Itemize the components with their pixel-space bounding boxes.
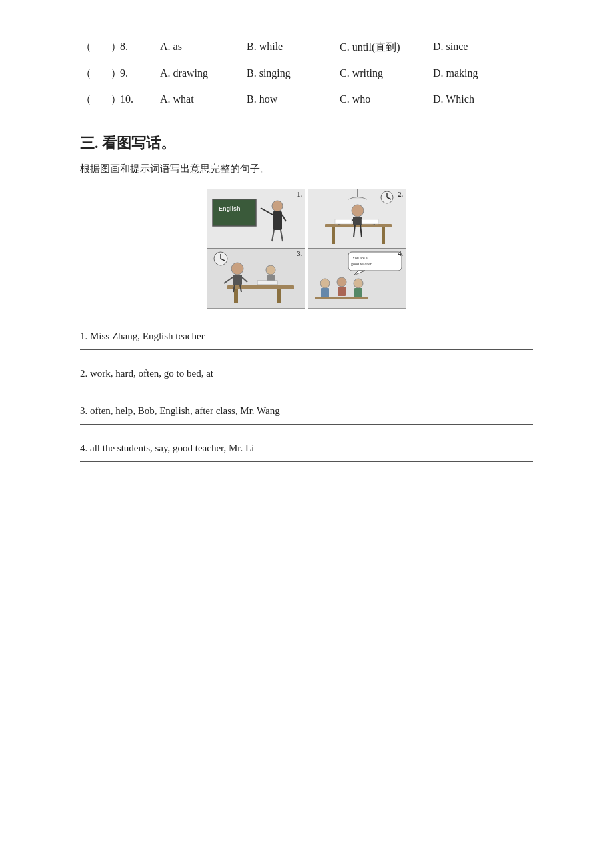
comic-panel-4: 4. You are a good teacher. — [308, 249, 406, 308]
mc-8-b: B. while — [247, 41, 340, 55]
svg-rect-3 — [273, 211, 282, 230]
bracket-left-8: （ — [80, 40, 92, 54]
prompt-3-text: 3. often, help, Bob, English, after clas… — [80, 405, 280, 416]
svg-rect-43 — [321, 288, 329, 297]
mc-row-9: （ ） 9. A. drawing B. singing C. writing … — [80, 67, 533, 81]
svg-point-2 — [272, 201, 283, 211]
mc-10-c: C. who — [340, 93, 433, 105]
mc-8-d: D. since — [433, 41, 526, 55]
svg-line-5 — [282, 215, 286, 221]
svg-rect-47 — [354, 288, 362, 297]
svg-rect-31 — [353, 217, 362, 225]
svg-text:English: English — [219, 205, 241, 212]
mc-row-10: （ ） 10. A. what B. how C. who D. Which — [80, 93, 533, 107]
svg-rect-15 — [233, 275, 242, 285]
panel-3-label: 3. — [297, 250, 303, 257]
mc-number-9: 9. — [120, 67, 160, 79]
comic-image-area: 1. English — [80, 189, 533, 309]
comic-panel-1: 1. English — [207, 189, 305, 249]
mc-options-10: A. what B. how C. who D. Which — [160, 93, 533, 105]
answer-line-1 — [80, 349, 533, 350]
mc-options-8: A. as B. while C. until(直到) D. since — [160, 41, 533, 55]
comic-panel-2: 2. — [308, 189, 406, 249]
answer-line-2 — [80, 387, 533, 387]
bracket-left-10: （ — [80, 93, 92, 107]
svg-rect-28 — [332, 227, 335, 244]
svg-rect-48 — [315, 297, 368, 299]
mc-10-a: A. what — [160, 93, 247, 105]
svg-rect-0 — [213, 199, 256, 226]
bracket-right-10: ） — [111, 93, 120, 107]
mc-options-9: A. drawing B. singing C. writing D. maki… — [160, 67, 533, 79]
svg-marker-39 — [354, 271, 365, 275]
bracket-left-9: （ — [80, 67, 92, 81]
bracket-right-8: ） — [111, 40, 120, 54]
panel-3-svg — [207, 249, 305, 307]
svg-rect-12 — [234, 289, 238, 303]
prompt-2: 2. work, hard, often, go to bed, at — [80, 365, 533, 387]
section3: 三. 看图写话。 根据图画和提示词语写出意思完整的句子。 1. English — [80, 133, 533, 462]
answer-line-4 — [80, 461, 533, 462]
svg-point-42 — [320, 279, 330, 288]
mc-row-8: （ ） 8. A. as B. while C. until(直到) D. si… — [80, 40, 533, 55]
svg-rect-38 — [348, 252, 402, 271]
mc-8-c: C. until(直到) — [340, 41, 433, 55]
mc-9-a: A. drawing — [160, 67, 247, 79]
prompt-4-text: 4. all the students, say, good teacher, … — [80, 443, 254, 453]
section3-instruction: 根据图画和提示词语写出意思完整的句子。 — [80, 163, 533, 175]
mc-9-c: C. writing — [340, 67, 433, 79]
mc-10-b: B. how — [247, 93, 340, 105]
comic-panel-3: 3. — [207, 249, 305, 308]
svg-rect-22 — [257, 281, 277, 285]
svg-rect-11 — [227, 285, 294, 289]
blank-9 — [92, 67, 111, 79]
answer-line-3 — [80, 424, 533, 425]
blank-8 — [92, 41, 111, 53]
mc-8-a: A. as — [160, 41, 247, 55]
prompts-list: 1. Miss Zhang, English teacher 2. work, … — [80, 327, 533, 462]
mc-10-d: D. Which — [433, 93, 526, 105]
prompt-2-text: 2. work, hard, often, go to bed, at — [80, 368, 213, 379]
svg-rect-13 — [277, 289, 281, 303]
svg-point-14 — [231, 263, 243, 275]
bracket-right-9: ） — [111, 67, 120, 81]
svg-text:You are a: You are a — [352, 256, 368, 260]
svg-line-6 — [272, 230, 274, 241]
panel-2-label: 2. — [398, 191, 404, 198]
prompt-3: 3. often, help, Bob, English, after clas… — [80, 402, 533, 425]
svg-rect-35 — [362, 219, 378, 224]
multiple-choice-section: （ ） 8. A. as B. while C. until(直到) D. si… — [80, 40, 533, 107]
mc-number-10: 10. — [120, 93, 160, 105]
mc-9-b: B. singing — [247, 67, 340, 79]
svg-point-20 — [266, 265, 275, 275]
svg-line-7 — [281, 230, 283, 241]
mc-9-d: D. making — [433, 67, 526, 79]
panel-2-svg — [308, 189, 406, 248]
svg-point-30 — [352, 205, 364, 217]
blank-10 — [92, 93, 111, 105]
svg-rect-34 — [335, 219, 352, 224]
svg-point-44 — [337, 277, 346, 287]
prompt-1-text: 1. Miss Zhang, English teacher — [80, 331, 205, 341]
svg-line-17 — [242, 277, 247, 282]
panel-4-svg: You are a good teacher. — [308, 249, 406, 307]
svg-line-4 — [261, 208, 273, 215]
svg-rect-29 — [382, 227, 385, 244]
svg-text:good teacher.: good teacher. — [351, 262, 372, 266]
svg-rect-45 — [338, 287, 346, 296]
section3-title: 三. 看图写话。 — [80, 133, 533, 153]
panel-4-label: 4. — [398, 250, 404, 257]
svg-point-46 — [354, 279, 363, 288]
prompt-1: 1. Miss Zhang, English teacher — [80, 327, 533, 350]
panel-1-label: 1. — [297, 191, 303, 198]
svg-line-16 — [224, 277, 233, 283]
panel-1-svg: English — [207, 189, 305, 248]
prompt-4: 4. all the students, say, good teacher, … — [80, 439, 533, 462]
mc-number-8: 8. — [120, 41, 160, 53]
